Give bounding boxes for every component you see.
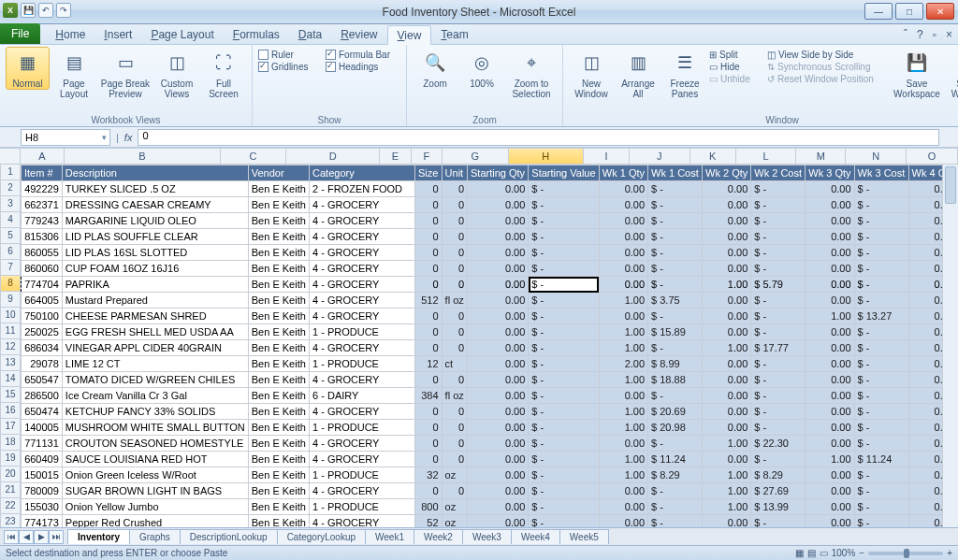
cell[interactable]: 750100 [22, 309, 63, 324]
cell[interactable]: $ - [751, 452, 806, 467]
cell[interactable]: EGG FRESH SHELL MED USDA AA [62, 324, 248, 340]
cell[interactable]: $ - [854, 372, 908, 388]
cell[interactable]: $ - [648, 483, 703, 499]
cell[interactable]: $ - [529, 356, 600, 372]
cell[interactable]: 4 - GROCERY [310, 452, 415, 467]
cell[interactable]: 0 [415, 261, 443, 277]
cell[interactable]: 686034 [22, 340, 63, 356]
cell[interactable]: 0.00 [468, 467, 529, 483]
cell[interactable]: 0.00 [468, 324, 529, 340]
cell[interactable]: 1.00 [599, 372, 647, 388]
cell[interactable]: $ - [751, 229, 806, 245]
cell[interactable]: 0.00 [703, 356, 751, 372]
cell[interactable]: 650547 [22, 372, 63, 388]
row-header-17[interactable]: 17 [0, 419, 21, 435]
cell[interactable]: $ - [854, 436, 908, 452]
col-header-I[interactable]: I [584, 148, 630, 165]
row-header-15[interactable]: 15 [0, 387, 21, 403]
cell[interactable]: Onion Green Iceless W/Root [62, 467, 248, 483]
row-header-9[interactable]: 9 [0, 292, 21, 308]
cell[interactable]: $ 13.27 [854, 309, 908, 324]
hide-button[interactable]: ▭ Hide [709, 62, 765, 72]
cell[interactable]: KETCHUP FANCY 33% SOLIDS [62, 404, 248, 420]
name-box[interactable]: H8 [21, 129, 110, 146]
cell[interactable]: 1.00 [599, 324, 647, 340]
cell[interactable]: 286500 [22, 388, 63, 404]
cell[interactable]: $ - [529, 372, 600, 388]
table-header-cell[interactable]: Wk 3 Cost [854, 165, 908, 181]
cell[interactable]: 0 [415, 340, 443, 356]
cell[interactable]: 492229 [22, 181, 63, 197]
cell[interactable]: $ - [529, 388, 600, 404]
cell[interactable]: $ - [529, 261, 600, 277]
redo-icon[interactable]: ↷ [56, 3, 71, 18]
cell[interactable]: Ben E Keith [248, 356, 309, 372]
cell[interactable]: 0.00 [468, 436, 529, 452]
cell[interactable]: 662371 [22, 197, 63, 213]
formula-bar-checkbox[interactable]: Formula Bar [326, 50, 400, 60]
cell[interactable]: fl oz [442, 388, 467, 404]
cell[interactable]: Ice Cream Vanilla Cr 3 Gal [62, 388, 248, 404]
col-header-A[interactable]: A [21, 148, 65, 165]
cell[interactable]: CHEESE PARMESAN SHRED [62, 309, 248, 324]
cell[interactable]: 0.00 [806, 436, 854, 452]
cell[interactable]: 32 [415, 467, 443, 483]
cell[interactable]: $ - [648, 309, 703, 324]
cell[interactable]: 0.00 [806, 213, 854, 229]
cell[interactable]: 1 - PRODUCE [310, 499, 415, 515]
sheet-tab-categorylookup[interactable]: CategoryLookup [277, 529, 366, 544]
cell[interactable]: $ - [854, 483, 908, 499]
cell[interactable]: $ - [529, 229, 600, 245]
table-header-cell[interactable]: Starting Value [529, 165, 600, 181]
col-header-C[interactable]: C [221, 148, 287, 165]
cell[interactable]: 0 [415, 245, 443, 261]
cell[interactable]: 4 - GROCERY [310, 309, 415, 324]
arrange-all-button[interactable]: ▥Arrange All [616, 47, 660, 99]
cell[interactable]: 0.00 [468, 197, 529, 213]
cell[interactable]: 1.00 [703, 499, 751, 515]
cell[interactable]: 4 - GROCERY [310, 483, 415, 499]
row-header-3[interactable]: 3 [0, 196, 21, 212]
cell[interactable]: 0 [442, 324, 467, 340]
cell[interactable]: 0.00 [468, 388, 529, 404]
ribbon-tab-data[interactable]: Data [289, 25, 331, 44]
cell[interactable]: $ 8.29 [648, 467, 703, 483]
cell[interactable]: 4 - GROCERY [310, 372, 415, 388]
view-shortcut-normal-icon[interactable]: ▦ [795, 548, 804, 558]
ribbon-tab-formulas[interactable]: Formulas [224, 25, 289, 44]
sheet-tab-week5[interactable]: Week5 [559, 529, 609, 544]
cell[interactable]: 1.00 [703, 340, 751, 356]
cell[interactable]: Ben E Keith [248, 309, 309, 324]
cell[interactable]: 0.00 [599, 483, 647, 499]
cell[interactable]: 0.00 [806, 467, 854, 483]
cell[interactable]: $ - [648, 229, 703, 245]
cell[interactable]: 0 [415, 420, 443, 436]
cell[interactable]: 0.00 [703, 388, 751, 404]
cell[interactable]: $ - [529, 499, 600, 515]
cell[interactable]: 0.00 [468, 404, 529, 420]
freeze-panes-button[interactable]: ☰Freeze Panes [662, 47, 707, 99]
cell[interactable]: TOMATO DICED W/GREEN CHILES [62, 372, 248, 388]
cell[interactable]: 4 - GROCERY [310, 436, 415, 452]
cell[interactable]: 155030 [22, 499, 63, 515]
view-shortcut-layout-icon[interactable]: ▤ [807, 548, 816, 558]
cell[interactable]: 4 - GROCERY [310, 213, 415, 229]
cell[interactable]: Ben E Keith [248, 277, 309, 293]
cell[interactable]: 0.00 [468, 372, 529, 388]
cell[interactable]: 0.00 [468, 356, 529, 372]
cell[interactable]: 4 - GROCERY [310, 340, 415, 356]
row-header-10[interactable]: 10 [0, 308, 21, 323]
unhide-button[interactable]: ▭ Unhide [709, 74, 765, 84]
cell[interactable]: 0.00 [703, 197, 751, 213]
row-header-13[interactable]: 13 [0, 355, 21, 371]
cell[interactable]: $ - [854, 356, 908, 372]
cell[interactable]: 4 - GROCERY [310, 293, 415, 309]
cell[interactable]: 1 - PRODUCE [310, 324, 415, 340]
cell[interactable]: 0.00 [806, 420, 854, 436]
cell[interactable]: 0.00 [468, 261, 529, 277]
row-header-12[interactable]: 12 [0, 339, 21, 355]
row-header-20[interactable]: 20 [0, 467, 21, 482]
col-header-H[interactable]: H [509, 148, 584, 165]
cell[interactable]: Ben E Keith [248, 229, 309, 245]
cell[interactable]: $ 13.99 [751, 499, 806, 515]
